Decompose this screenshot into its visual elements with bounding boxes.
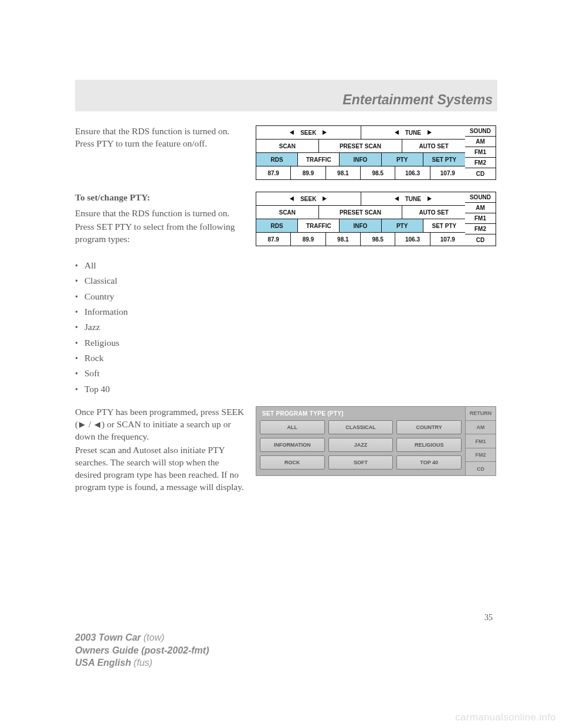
preset-2: 89.9: [291, 166, 325, 179]
seek-control: SEEK: [256, 192, 361, 205]
info-button: INFO: [340, 219, 381, 232]
para-ensure-rds: Ensure that the RDS function is turned o…: [75, 207, 245, 220]
am-button: AM: [465, 137, 496, 147]
pty-screen-illustration: SET PROGRAM TYPE (PTY) ALL CLASSICAL COU…: [256, 406, 497, 476]
pty-btn-jazz: JAZZ: [328, 438, 394, 452]
body-content: Ensure that the RDS function is turned o…: [75, 111, 497, 494]
list-item: Rock: [75, 351, 497, 366]
list-item: All: [75, 258, 497, 273]
cd-button: CD: [465, 234, 496, 245]
preset-1: 87.9: [256, 166, 291, 179]
text-set-pty: To set/change PTY: Ensure that the RDS f…: [75, 192, 245, 246]
pty-side-cd: CD: [466, 462, 496, 475]
traffic-button: TRAFFIC: [298, 219, 340, 232]
pty-btn-top40: TOP 40: [396, 455, 462, 470]
preset-4: 98.5: [361, 233, 395, 246]
section-once-pty: Once PTY has been programmed, press SEEK…: [75, 406, 497, 493]
pty-btn-all: ALL: [260, 420, 325, 434]
fm1-button: FM1: [465, 213, 496, 224]
tune-control: TUNE: [361, 126, 466, 139]
pty-side-am: AM: [466, 421, 496, 435]
radio-illustration-2: SEEK TUNE SCAN PRESET SCAN AUTO SET RDS …: [256, 192, 497, 246]
section-rds-pty: Ensure that the RDS function is turned o…: [75, 125, 497, 180]
section-title: Entertainment Systems: [342, 92, 493, 108]
set-pty-button: SET PTY: [423, 219, 465, 232]
pty-side-fm1: FM1: [466, 434, 496, 448]
list-item: Country: [75, 289, 497, 304]
am-button: AM: [465, 203, 496, 213]
pty-btn-religious: RELIGIOUS: [396, 438, 462, 452]
list-item: Soft: [75, 366, 497, 381]
list-item: Classical: [75, 273, 497, 288]
preset-5: 106.3: [395, 233, 430, 246]
heading-set-pty: To set/change PTY:: [75, 192, 245, 204]
list-item: Religious: [75, 335, 497, 351]
scan-button: SCAN: [256, 140, 319, 152]
section-set-change-pty: To set/change PTY: Ensure that the RDS f…: [75, 192, 497, 246]
pty-panel: SET PROGRAM TYPE (PTY) ALL CLASSICAL COU…: [256, 406, 496, 476]
rds-button: RDS: [256, 219, 298, 232]
pty-btn-classical: CLASSICAL: [328, 420, 394, 434]
pty-types-list: All Classical Country Information Jazz R…: [75, 258, 497, 397]
seek-right-icon: [79, 422, 85, 428]
para-preset-autoset: Preset scan and Autoset also initiate PT…: [75, 444, 245, 494]
pty-btn-rock: ROCK: [260, 455, 325, 470]
preset-2: 89.9: [291, 233, 325, 246]
list-item: Information: [75, 304, 497, 319]
auto-set-button: AUTO SET: [402, 140, 465, 152]
auto-set-button: AUTO SET: [402, 206, 465, 219]
preset-6: 107.9: [430, 233, 465, 246]
para-rds-pty: Ensure that the RDS function is turned o…: [75, 125, 245, 150]
seek-left-icon: [94, 422, 100, 428]
info-button: INFO: [340, 153, 381, 166]
preset-3: 98.1: [326, 233, 361, 246]
traffic-button: TRAFFIC: [298, 153, 340, 166]
fm2-button: FM2: [465, 158, 496, 168]
pty-side-fm2: FM2: [466, 448, 496, 462]
sound-button: SOUND: [465, 126, 496, 137]
preset-scan-button: PRESET SCAN: [319, 140, 402, 152]
fm2-button: FM2: [465, 224, 496, 234]
radio-panel-2: SEEK TUNE SCAN PRESET SCAN AUTO SET RDS …: [256, 192, 496, 246]
list-item: Top 40: [75, 382, 497, 397]
sound-button: SOUND: [465, 192, 496, 203]
pty-panel-title: SET PROGRAM TYPE (PTY): [260, 409, 462, 420]
watermark: carmanualsonline.info: [455, 712, 556, 723]
seek-control: SEEK: [256, 126, 361, 139]
page-content: Entertainment Systems Ensure that the RD…: [75, 80, 497, 505]
tune-control: TUNE: [361, 192, 466, 205]
pty-side-return: RETURN: [466, 407, 496, 421]
radio-panel: SEEK TUNE SCAN PRESET SCAN AUTO SET RDS …: [256, 125, 496, 180]
preset-1: 87.9: [256, 233, 291, 246]
set-pty-button: SET PTY: [423, 153, 465, 166]
preset-5: 106.3: [395, 166, 430, 179]
pty-btn-soft: SOFT: [328, 455, 394, 470]
list-item: Jazz: [75, 319, 497, 335]
header-band: Entertainment Systems: [75, 80, 497, 111]
fm1-button: FM1: [465, 147, 496, 158]
rds-button: RDS: [256, 153, 298, 166]
preset-scan-button: PRESET SCAN: [319, 206, 402, 219]
pty-btn-information: INFORMATION: [260, 438, 325, 452]
text-once-pty: Once PTY has been programmed, press SEEK…: [75, 406, 245, 493]
scan-button: SCAN: [256, 206, 319, 219]
pty-btn-country: COUNTRY: [396, 420, 462, 434]
page-number: 35: [484, 613, 493, 622]
footer: 2003 Town Car (tow) Owners Guide (post-2…: [75, 631, 209, 669]
preset-3: 98.1: [326, 166, 361, 179]
preset-4: 98.5: [361, 166, 395, 179]
para-press-set-pty: Press SET PTY to select from the followi…: [75, 221, 245, 246]
cd-button: CD: [465, 168, 496, 179]
pty-button: PTY: [382, 219, 423, 232]
pty-button: PTY: [382, 153, 423, 166]
radio-illustration-1: SEEK TUNE SCAN PRESET SCAN AUTO SET RDS …: [256, 125, 497, 180]
preset-6: 107.9: [430, 166, 465, 179]
